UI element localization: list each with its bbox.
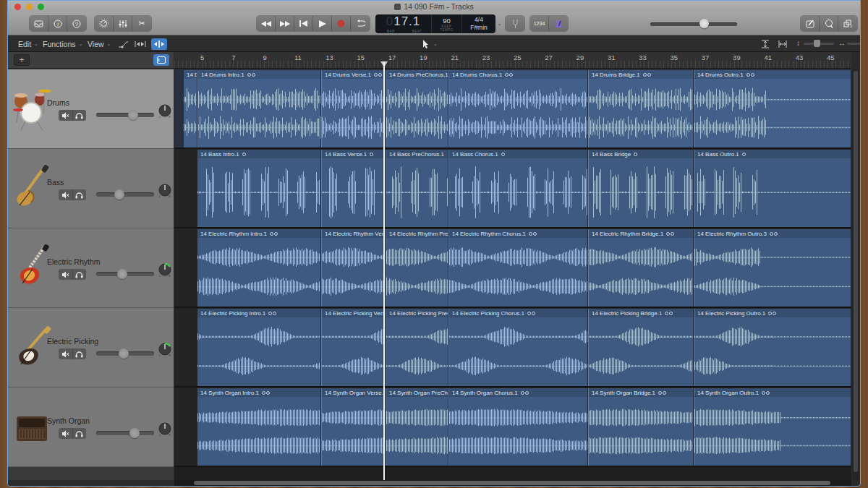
region[interactable]: 14 Bass Intro.1: [197, 150, 321, 227]
region[interactable]: 14 Electric Rhythm Chorus.1: [448, 229, 588, 307]
region[interactable]: 14 Bass Outro.1: [694, 150, 851, 227]
region[interactable]: 14 Bass PreChorus.1: [386, 150, 448, 227]
region[interactable]: 14 Drums Chorus.1: [448, 70, 588, 147]
horizontal-scrollbar[interactable]: [174, 480, 851, 487]
region[interactable]: 14 Bass Chorus.1: [448, 150, 588, 227]
region[interactable]: 14 Electric Picking Verse.1: [321, 309, 386, 386]
vertical-scrollbar[interactable]: [852, 69, 859, 480]
pan-knob[interactable]: LR: [157, 103, 173, 119]
track-name[interactable]: Bass: [47, 178, 64, 187]
pan-knob[interactable]: LR: [157, 421, 173, 437]
track-header-electric-rhythm[interactable]: Electric RhythmLR: [8, 228, 174, 308]
region[interactable]: 14 Electric Rhythm Bridge.1: [588, 229, 694, 307]
vertical-zoom-thumb[interactable]: [814, 40, 820, 47]
track-header-electric-picking[interactable]: Electric PickingLR: [8, 308, 174, 388]
edit-menu[interactable]: Edit⌄: [18, 36, 38, 52]
master-volume-thumb[interactable]: [699, 19, 709, 28]
catch-playhead-button[interactable]: [151, 38, 167, 50]
mixer-button[interactable]: [114, 16, 132, 31]
library-button[interactable]: [30, 16, 48, 31]
vertical-scrollbar-thumb[interactable]: [854, 71, 858, 472]
add-track-button[interactable]: +: [14, 54, 30, 66]
flex-icon[interactable]: [132, 38, 148, 50]
track-name[interactable]: Synth Organ: [47, 416, 90, 425]
track-volume-slider[interactable]: [96, 270, 154, 278]
region[interactable]: 14 Drums Bridge.1: [588, 70, 694, 147]
lcd-key-signature[interactable]: 4/4 F#min: [462, 14, 495, 33]
region[interactable]: 14 Electric Picking Chorus.1: [448, 309, 588, 386]
region[interactable]: 14 Drums Intro.1: [197, 70, 321, 147]
view-menu[interactable]: View⌄: [88, 36, 111, 52]
track-volume-thumb[interactable]: [117, 269, 127, 279]
automation-icon[interactable]: [115, 38, 131, 50]
track-volume-slider[interactable]: [96, 111, 154, 119]
track-volume-slider[interactable]: [96, 191, 154, 198]
region[interactable]: 14 Synth Organ Bridge.1: [588, 388, 694, 466]
metronome-button[interactable]: [549, 16, 568, 31]
pan-knob[interactable]: LR: [157, 341, 173, 357]
region[interactable]: 14 Bass Verse.1: [321, 150, 386, 227]
solo-button[interactable]: [73, 269, 87, 280]
fit-horizontal-zoom-icon[interactable]: [775, 38, 791, 50]
track-volume-slider[interactable]: [96, 429, 154, 437]
region[interactable]: 14 Synth Organ Intro.1: [197, 388, 321, 466]
mute-button[interactable]: [59, 348, 73, 359]
quick-help-button[interactable]: ?: [67, 16, 86, 31]
horizontal-zoom-slider[interactable]: [847, 43, 861, 45]
horizontal-zoom-thumb[interactable]: [860, 40, 861, 47]
track-volume-thumb[interactable]: [119, 348, 129, 359]
master-volume-slider[interactable]: [650, 21, 737, 27]
rewind-button[interactable]: [257, 16, 276, 31]
bar-ruler[interactable]: 579111315171921232527293133353739414345: [174, 52, 851, 69]
forward-button[interactable]: [276, 16, 294, 31]
track-name[interactable]: Electric Rhythm: [47, 257, 101, 266]
region[interactable]: 14 Electric Rhythm Verse.1: [321, 229, 386, 307]
region[interactable]: 14 Electric Picking PreChorus.1: [386, 309, 448, 386]
region[interactable]: 14 Electric Picking Bridge.1: [588, 309, 694, 386]
region[interactable]: 14 Electric Rhythm Intro.1: [197, 229, 321, 307]
media-browser-button[interactable]: ♪: [838, 16, 857, 31]
region[interactable]: 14 Synth Organ PreChorus.1: [386, 388, 448, 466]
mute-button[interactable]: [59, 189, 73, 200]
pan-knob[interactable]: LR: [157, 182, 173, 198]
track-name[interactable]: Drums: [47, 98, 69, 107]
loop-browser-button[interactable]: [820, 16, 838, 31]
cycle-button[interactable]: [351, 16, 370, 31]
region[interactable]: 14 Electric Rhythm Outro.3: [694, 229, 851, 307]
auto-track-zoom-icon[interactable]: [757, 38, 773, 50]
lcd-tempo[interactable]: 90 KEEP TEMPO: [432, 14, 462, 33]
playhead[interactable]: [383, 61, 385, 480]
count-in-button[interactable]: 1234: [530, 16, 549, 31]
track-volume-thumb[interactable]: [114, 189, 124, 200]
track-header-bass[interactable]: BassLR: [8, 149, 174, 228]
region[interactable]: 14 Electric Picking Outro.1: [694, 309, 851, 386]
solo-button[interactable]: [73, 348, 87, 359]
smart-controls-button[interactable]: [95, 16, 114, 31]
track-name[interactable]: Electric Picking: [47, 337, 98, 346]
pan-knob[interactable]: LR: [157, 262, 173, 278]
vertical-zoom-slider[interactable]: [804, 43, 834, 45]
solo-button[interactable]: [73, 110, 87, 121]
lcd-chevron-icon[interactable]: ⌄: [497, 20, 502, 27]
mute-button[interactable]: [59, 269, 73, 280]
play-button[interactable]: [313, 16, 332, 31]
solo-button[interactable]: [73, 189, 87, 200]
region[interactable]: 14 Electric Picking Intro.1: [197, 309, 321, 386]
region[interactable]: 14 Drums Outro.1: [694, 70, 851, 147]
region[interactable]: 14 Synth Organ Outro.1: [694, 388, 851, 466]
track-header-config-button[interactable]: [153, 54, 169, 66]
region[interactable]: 14 Electric Rhythm PreChorus.1: [386, 229, 448, 307]
region[interactable]: 14 Synth Organ Chorus.1: [448, 388, 588, 466]
region[interactable]: 14 Bass Bridge: [588, 150, 694, 227]
solo-button[interactable]: [73, 428, 87, 439]
track-volume-thumb[interactable]: [129, 428, 140, 438]
record-button[interactable]: [332, 16, 351, 31]
pointer-tool-menu[interactable]: ⌄: [422, 36, 438, 52]
region[interactable]: 14 Synth Organ Verse.1: [321, 388, 386, 466]
horizontal-scrollbar-thumb[interactable]: [194, 481, 830, 485]
region[interactable]: 14 Drums Verse.1: [321, 70, 386, 147]
notepad-button[interactable]: [801, 16, 820, 31]
tuner-fork-icon[interactable]: [506, 16, 524, 31]
track-volume-slider[interactable]: [96, 350, 154, 357]
mute-button[interactable]: [59, 428, 73, 439]
